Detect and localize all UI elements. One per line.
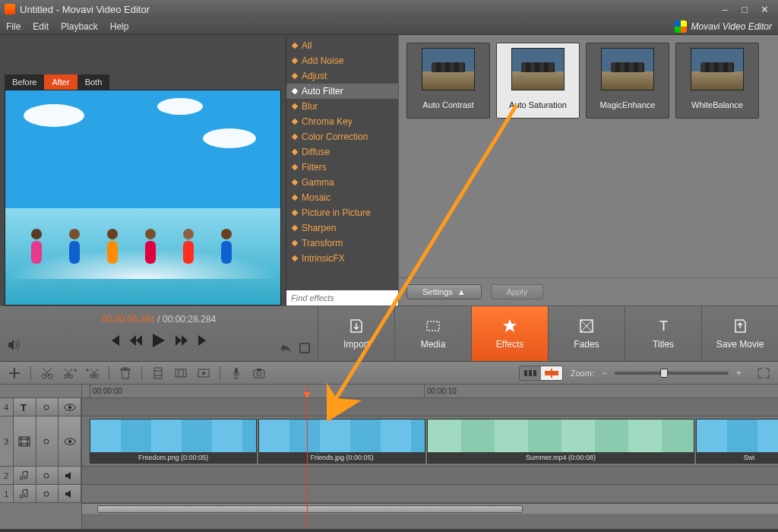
find-effects-input[interactable]	[286, 290, 398, 306]
track-2-mute-icon[interactable]	[59, 467, 81, 484]
track-4-lane[interactable]	[82, 398, 778, 416]
minimize-button[interactable]: –	[716, 3, 734, 15]
fit-zoom-button[interactable]	[755, 366, 772, 381]
mode-import-button[interactable]: Import	[318, 306, 394, 361]
bullet-icon	[292, 210, 298, 216]
mode-effects-button[interactable]: Effects	[471, 306, 548, 361]
effects-category-item[interactable]: Color Correction	[286, 129, 398, 144]
effects-icon	[501, 318, 518, 334]
effects-category-label: Auto Filter	[302, 86, 343, 97]
preview-viewport[interactable]	[5, 90, 281, 306]
track-4-titles-icon[interactable]: T	[14, 398, 36, 416]
storyboard-view-button[interactable]	[520, 366, 541, 380]
timecode-current: 00:00:06.391	[102, 314, 155, 325]
delete-button[interactable]	[117, 366, 134, 381]
track-1-mute-icon[interactable]	[59, 485, 81, 502]
track-4-link-icon[interactable]	[36, 398, 59, 416]
settings-label: Settings	[422, 287, 453, 296]
effect-thumb-label: Auto Contrast	[422, 95, 473, 115]
tab-after[interactable]: After	[44, 74, 77, 90]
clip-friends[interactable]: Friends.jpg (0:00:05)	[258, 419, 425, 464]
effects-category-item[interactable]: Auto Filter	[286, 84, 398, 99]
effects-category-list: AllAdd NoiseAdjustAuto FilterBlurChroma …	[286, 35, 398, 306]
record-voice-button[interactable]	[228, 366, 245, 381]
zoom-slider[interactable]	[615, 372, 729, 375]
mode-media-button[interactable]: Media	[394, 306, 471, 361]
track-1-lane[interactable]	[82, 485, 778, 503]
menu-playback[interactable]: Playback	[61, 21, 98, 32]
effects-category-item[interactable]: Filters	[286, 160, 398, 175]
effects-category-item[interactable]: Transform	[286, 236, 398, 251]
track-2-link-icon[interactable]	[36, 467, 59, 484]
menu-file[interactable]: File	[6, 21, 21, 32]
preview-tabs: Before After Both	[5, 74, 281, 90]
effects-category-label: Add Noise	[302, 55, 343, 66]
fullscreen-button[interactable]	[299, 343, 310, 353]
cut-right-button[interactable]	[84, 366, 101, 381]
zoom-in-icon[interactable]: +	[736, 368, 742, 378]
track-3-video-icon[interactable]	[14, 416, 36, 466]
zoom-out-icon[interactable]: −	[602, 368, 607, 378]
clip-swim[interactable]: Swi	[696, 419, 778, 464]
settings-button[interactable]: Settings ▲	[406, 284, 482, 299]
volume-icon[interactable]	[8, 339, 21, 353]
crop-button[interactable]	[150, 366, 166, 381]
rewind-button[interactable]	[130, 335, 142, 346]
effects-category-item[interactable]: Blur	[286, 99, 398, 114]
next-frame-button[interactable]	[198, 335, 209, 346]
undo-button[interactable]	[280, 343, 292, 353]
menu-edit[interactable]: Edit	[33, 21, 49, 32]
effects-category-item[interactable]: Adjust	[286, 68, 398, 84]
effect-thumb[interactable]: Auto Contrast	[406, 43, 490, 119]
maximize-button[interactable]: □	[735, 3, 754, 15]
mode-titles-button[interactable]: TTitles	[625, 306, 701, 361]
mode-save-movie-button[interactable]: Save Movie	[701, 306, 778, 361]
split-button[interactable]	[172, 366, 189, 381]
effect-thumb[interactable]: MagicEnhance	[586, 43, 669, 119]
mode-fades-button[interactable]: Fades	[548, 306, 625, 361]
clip-freedom[interactable]: Freedom.png (0:00:05)	[90, 419, 257, 464]
tab-both[interactable]: Both	[77, 74, 110, 90]
clip-summer[interactable]: Summer.mp4 (0:00:08)	[427, 419, 694, 464]
timeline-scrollbar[interactable]	[82, 503, 778, 514]
track-3-visibility-icon[interactable]	[59, 416, 81, 466]
titles-icon: T	[655, 318, 672, 334]
effects-category-item[interactable]: Sharpen	[286, 220, 398, 236]
effects-category-item[interactable]: Add Noise	[286, 53, 398, 68]
effect-thumb[interactable]: WhiteBalance	[675, 43, 759, 119]
clip-properties-button[interactable]	[195, 366, 212, 381]
snapshot-button[interactable]	[251, 366, 267, 381]
track-4-visibility-icon[interactable]	[59, 398, 81, 416]
effect-thumb[interactable]: Auto Saturation	[496, 43, 580, 119]
menu-help[interactable]: Help	[110, 21, 129, 32]
cut-button[interactable]	[39, 366, 55, 381]
effects-category-item[interactable]: All	[286, 38, 398, 53]
track-2-lane[interactable]	[82, 467, 778, 485]
effects-category-item[interactable]: IntrinsicFX	[286, 251, 398, 266]
track-3-link-icon[interactable]	[36, 416, 59, 466]
track-1-link-icon[interactable]	[36, 485, 59, 502]
effect-thumb-image	[511, 48, 565, 90]
effects-category-item[interactable]: Gamma	[286, 175, 398, 190]
prev-frame-button[interactable]	[109, 335, 119, 346]
effects-category-item[interactable]: Picture in Picture	[286, 205, 398, 220]
svg-text:T: T	[659, 318, 668, 334]
effects-category-item[interactable]: Mosaic	[286, 190, 398, 205]
tab-before[interactable]: Before	[5, 74, 44, 90]
cut-left-button[interactable]	[62, 366, 78, 381]
track-1-audio-icon[interactable]	[14, 485, 36, 502]
close-button[interactable]: ✕	[755, 3, 773, 15]
timeline-view-button[interactable]	[541, 366, 562, 380]
timecode: 00:00:06.391 / 00:00:28.284	[102, 314, 216, 325]
timeline-ruler[interactable]: 00:00:00 00:00:10	[82, 385, 778, 398]
add-track-button[interactable]	[6, 366, 23, 381]
track-3-lane[interactable]: Freedom.png (0:00:05) Friends.jpg (0:00:…	[82, 416, 778, 467]
play-button[interactable]	[153, 334, 165, 347]
fast-forward-button[interactable]	[176, 335, 188, 346]
track-2-audio-icon[interactable]	[14, 467, 36, 484]
effects-category-item[interactable]: Diffuse	[286, 144, 398, 160]
effects-category-item[interactable]: Chroma Key	[286, 114, 398, 129]
playhead[interactable]	[307, 385, 308, 529]
apply-button[interactable]: Apply	[491, 284, 544, 299]
timeline-toolbar: Zoom: − +	[0, 362, 778, 385]
